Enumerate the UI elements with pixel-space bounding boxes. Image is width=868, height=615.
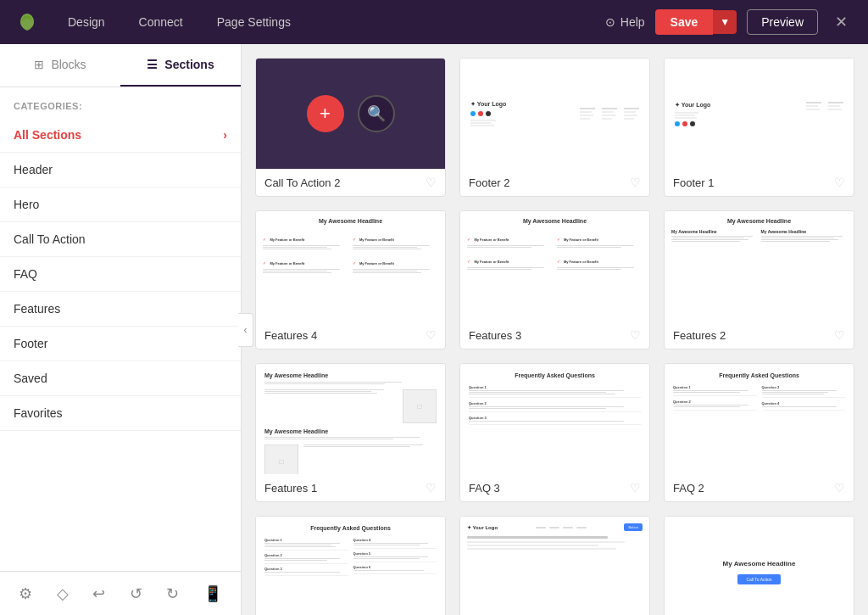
sidebar: ⊞ Blocks ☰ Sections CATEGORIES: All Sect… bbox=[0, 44, 242, 615]
category-list: All Sections › Header Hero Call To Actio… bbox=[0, 118, 241, 571]
favorite-features2-icon[interactable]: ♡ bbox=[834, 328, 845, 342]
layers-icon[interactable]: ◇ bbox=[50, 578, 75, 610]
bottom-toolbar: ⚙ ◇ ↩ ↺ ↻ 📱 bbox=[0, 571, 241, 615]
card-label-area-features4: Features 4 ♡ bbox=[256, 321, 445, 349]
sidebar-tabs: ⊞ Blocks ☰ Sections bbox=[0, 44, 241, 87]
card-label-area-faq2: FAQ 2 ♡ bbox=[665, 474, 854, 501]
help-icon: ⊙ bbox=[605, 15, 615, 29]
card-preview-features3: My Awesome Headline ✓ My Feature or Bene… bbox=[460, 211, 649, 321]
nav-right: ⊙ Help Save ▼ Preview ✕ bbox=[605, 9, 854, 35]
card-preview-header1: ✦ Your Logo Button bbox=[460, 517, 649, 615]
card-preview-cta2: + 🔍 bbox=[256, 59, 445, 169]
card-label-area-features3: Features 3 ♡ bbox=[460, 321, 649, 349]
cta2-plus-icon: + bbox=[307, 95, 344, 132]
sections-grid: + 🔍 Call To Action 2 ♡ ✦ Your Logo bbox=[255, 58, 854, 615]
section-card-faq3[interactable]: Frequently Asked Questions Question 1 Qu… bbox=[459, 363, 650, 502]
card-label-features2: Features 2 bbox=[673, 329, 726, 342]
favorite-faq3-icon[interactable]: ♡ bbox=[630, 481, 641, 495]
features1-image-placeholder: □ bbox=[403, 389, 437, 423]
logo[interactable] bbox=[14, 8, 41, 36]
card-label-area-cta2: Call To Action 2 ♡ bbox=[256, 169, 445, 196]
cta2-search-icon: 🔍 bbox=[358, 95, 395, 132]
favorite-faq2-icon[interactable]: ♡ bbox=[834, 481, 845, 495]
card-label-cta2: Call To Action 2 bbox=[264, 176, 340, 189]
section-card-faq1[interactable]: Frequently Asked Questions Question 1 Qu… bbox=[255, 516, 446, 615]
section-card-footer1[interactable]: ✦ Your Logo bbox=[664, 58, 854, 197]
undo-icon[interactable]: ↩ bbox=[86, 578, 112, 610]
favorite-features4-icon[interactable]: ♡ bbox=[426, 328, 437, 342]
card-label-footer2: Footer 2 bbox=[469, 176, 509, 189]
sidebar-item-all-sections[interactable]: All Sections › bbox=[0, 118, 241, 153]
favorite-footer2-icon[interactable]: ♡ bbox=[630, 176, 641, 189]
sidebar-item-footer[interactable]: Footer bbox=[0, 327, 241, 361]
header1-cta-btn: Button bbox=[624, 523, 643, 531]
section-card-faq2[interactable]: Frequently Asked Questions Question 1 Qu… bbox=[664, 363, 854, 502]
sidebar-item-call-to-action[interactable]: Call To Action bbox=[0, 222, 241, 257]
nav-design[interactable]: Design bbox=[61, 12, 112, 32]
blocks-icon: ⊞ bbox=[34, 58, 44, 71]
section-card-header1[interactable]: ✦ Your Logo Button bbox=[459, 516, 650, 615]
close-button[interactable]: ✕ bbox=[828, 9, 854, 35]
section-card-cta2[interactable]: + 🔍 Call To Action 2 ♡ bbox=[255, 58, 446, 197]
card-preview-features4: My Awesome Headline ✓ My Feature or Bene… bbox=[256, 211, 445, 321]
card-label-footer1: Footer 1 bbox=[673, 176, 714, 189]
preview-button[interactable]: Preview bbox=[747, 9, 818, 35]
content-area: + 🔍 Call To Action 2 ♡ ✦ Your Logo bbox=[242, 44, 868, 615]
features1-image-placeholder2: □ bbox=[264, 444, 298, 474]
tab-sections[interactable]: ☰ Sections bbox=[120, 44, 241, 87]
card-preview-faq2: Frequently Asked Questions Question 1 Qu… bbox=[665, 364, 854, 474]
card-preview-features1: My Awesome Headline □ My Awesome Headlin… bbox=[256, 364, 445, 474]
tab-blocks[interactable]: ⊞ Blocks bbox=[0, 44, 120, 87]
mobile-icon[interactable]: 📱 bbox=[197, 578, 229, 610]
card-label-area-features1: Features 1 ♡ bbox=[256, 474, 445, 501]
card-preview-footer1: ✦ Your Logo bbox=[665, 59, 854, 169]
chevron-right-icon: › bbox=[223, 128, 227, 142]
section-card-footer2[interactable]: ✦ Your Logo bbox=[459, 58, 650, 197]
help-button[interactable]: ⊙ Help bbox=[605, 15, 645, 29]
nav-connect[interactable]: Connect bbox=[132, 12, 190, 32]
card-label-features3: Features 3 bbox=[469, 329, 521, 342]
sidebar-item-favorites[interactable]: Favorites bbox=[0, 396, 241, 431]
section-card-features4[interactable]: My Awesome Headline ✓ My Feature or Bene… bbox=[255, 210, 446, 349]
favorite-features1-icon[interactable]: ♡ bbox=[426, 481, 437, 495]
save-button[interactable]: Save bbox=[655, 9, 714, 35]
card-preview-footer2: ✦ Your Logo bbox=[460, 59, 649, 169]
save-button-group: Save ▼ bbox=[655, 9, 737, 35]
cta1-btn: Call To Action bbox=[737, 574, 780, 584]
nav-page-settings[interactable]: Page Settings bbox=[210, 12, 298, 32]
section-card-features3[interactable]: My Awesome Headline ✓ My Feature or Bene… bbox=[459, 210, 650, 349]
card-label-area-faq3: FAQ 3 ♡ bbox=[460, 474, 649, 501]
sidebar-item-header[interactable]: Header bbox=[0, 153, 241, 187]
card-label-area-footer1: Footer 1 ♡ bbox=[665, 169, 854, 196]
card-label-features1: Features 1 bbox=[264, 482, 317, 495]
header1-nav bbox=[536, 527, 587, 528]
collapse-sidebar-handle[interactable]: ‹ bbox=[238, 313, 253, 347]
card-preview-features2: My Awesome Headline My Awesome Headline … bbox=[665, 211, 854, 321]
cta1-headline-text: My Awesome Headline bbox=[723, 560, 796, 567]
redo-icon[interactable]: ↻ bbox=[159, 578, 186, 610]
section-card-features2[interactable]: My Awesome Headline My Awesome Headline … bbox=[664, 210, 854, 349]
favorite-cta2-icon[interactable]: ♡ bbox=[426, 176, 437, 189]
card-label-area-footer2: Footer 2 ♡ bbox=[460, 169, 649, 196]
save-dropdown-button[interactable]: ▼ bbox=[713, 10, 737, 34]
sections-icon: ☰ bbox=[147, 58, 158, 71]
sidebar-item-saved[interactable]: Saved bbox=[0, 361, 241, 396]
card-preview-cta1: My Awesome Headline Call To Action bbox=[665, 517, 854, 615]
header1-logo-text: ✦ Your Logo bbox=[467, 524, 498, 530]
sidebar-item-hero[interactable]: Hero bbox=[0, 187, 241, 222]
card-label-area-features2: Features 2 ♡ bbox=[665, 321, 854, 349]
sidebar-item-faq[interactable]: FAQ bbox=[0, 257, 241, 292]
favorite-footer1-icon[interactable]: ♡ bbox=[834, 176, 845, 189]
card-label-faq3: FAQ 3 bbox=[469, 482, 500, 495]
sidebar-item-features[interactable]: Features bbox=[0, 292, 241, 327]
top-navigation: Design Connect Page Settings ⊙ Help Save… bbox=[0, 0, 868, 44]
card-label-features4: Features 4 bbox=[264, 329, 317, 342]
favorite-features3-icon[interactable]: ♡ bbox=[630, 328, 641, 342]
section-card-features1[interactable]: My Awesome Headline □ My Awesome Headlin… bbox=[255, 363, 446, 502]
categories-label: CATEGORIES: bbox=[0, 87, 241, 118]
settings-icon[interactable]: ⚙ bbox=[12, 578, 39, 610]
card-preview-faq1: Frequently Asked Questions Question 1 Qu… bbox=[256, 517, 445, 615]
history-icon[interactable]: ↺ bbox=[123, 578, 149, 610]
section-card-cta1[interactable]: My Awesome Headline Call To Action Call … bbox=[664, 516, 854, 615]
card-label-faq2: FAQ 2 bbox=[673, 482, 704, 495]
